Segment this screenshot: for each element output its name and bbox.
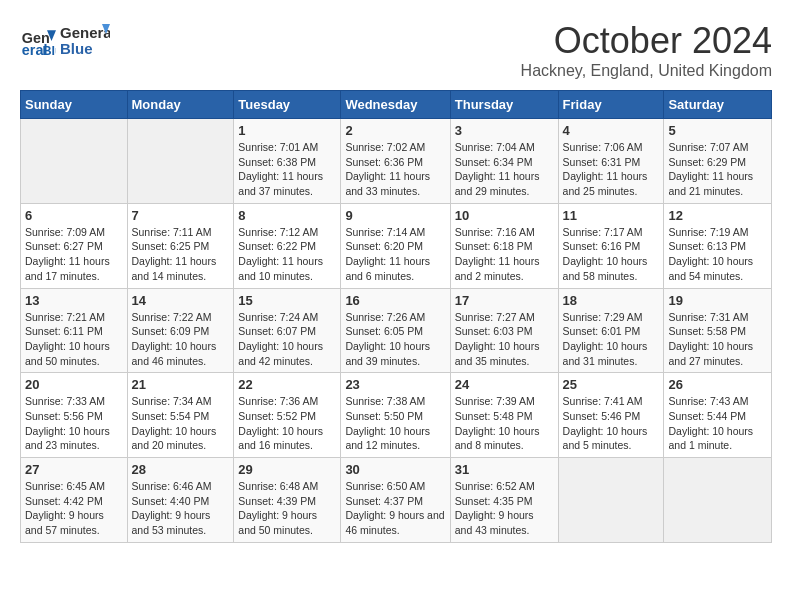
- day-number: 20: [25, 377, 123, 392]
- day-info: Sunrise: 7:27 AM Sunset: 6:03 PM Dayligh…: [455, 310, 554, 369]
- week-row-1: 1Sunrise: 7:01 AM Sunset: 6:38 PM Daylig…: [21, 119, 772, 204]
- month-title: October 2024: [521, 20, 772, 62]
- logo-svg: General Blue: [60, 20, 110, 62]
- calendar-cell: 10Sunrise: 7:16 AM Sunset: 6:18 PM Dayli…: [450, 203, 558, 288]
- day-number: 6: [25, 208, 123, 223]
- day-info: Sunrise: 7:22 AM Sunset: 6:09 PM Dayligh…: [132, 310, 230, 369]
- day-info: Sunrise: 7:04 AM Sunset: 6:34 PM Dayligh…: [455, 140, 554, 199]
- calendar-cell: 30Sunrise: 6:50 AM Sunset: 4:37 PM Dayli…: [341, 458, 450, 543]
- calendar-cell: 15Sunrise: 7:24 AM Sunset: 6:07 PM Dayli…: [234, 288, 341, 373]
- calendar-cell: 1Sunrise: 7:01 AM Sunset: 6:38 PM Daylig…: [234, 119, 341, 204]
- day-number: 7: [132, 208, 230, 223]
- day-info: Sunrise: 7:01 AM Sunset: 6:38 PM Dayligh…: [238, 140, 336, 199]
- title-block: October 2024 Hackney, England, United Ki…: [521, 20, 772, 80]
- weekday-header-sunday: Sunday: [21, 91, 128, 119]
- day-number: 1: [238, 123, 336, 138]
- day-number: 12: [668, 208, 767, 223]
- calendar-cell: 14Sunrise: 7:22 AM Sunset: 6:09 PM Dayli…: [127, 288, 234, 373]
- day-number: 11: [563, 208, 660, 223]
- calendar-cell: 23Sunrise: 7:38 AM Sunset: 5:50 PM Dayli…: [341, 373, 450, 458]
- calendar-cell: 24Sunrise: 7:39 AM Sunset: 5:48 PM Dayli…: [450, 373, 558, 458]
- day-number: 2: [345, 123, 445, 138]
- calendar-cell: 18Sunrise: 7:29 AM Sunset: 6:01 PM Dayli…: [558, 288, 664, 373]
- day-number: 16: [345, 293, 445, 308]
- day-info: Sunrise: 7:02 AM Sunset: 6:36 PM Dayligh…: [345, 140, 445, 199]
- day-number: 15: [238, 293, 336, 308]
- calendar-cell: 8Sunrise: 7:12 AM Sunset: 6:22 PM Daylig…: [234, 203, 341, 288]
- day-info: Sunrise: 7:11 AM Sunset: 6:25 PM Dayligh…: [132, 225, 230, 284]
- calendar-cell: 17Sunrise: 7:27 AM Sunset: 6:03 PM Dayli…: [450, 288, 558, 373]
- week-row-5: 27Sunrise: 6:45 AM Sunset: 4:42 PM Dayli…: [21, 458, 772, 543]
- calendar-cell: 11Sunrise: 7:17 AM Sunset: 6:16 PM Dayli…: [558, 203, 664, 288]
- day-number: 9: [345, 208, 445, 223]
- day-info: Sunrise: 7:06 AM Sunset: 6:31 PM Dayligh…: [563, 140, 660, 199]
- day-info: Sunrise: 6:48 AM Sunset: 4:39 PM Dayligh…: [238, 479, 336, 538]
- day-info: Sunrise: 7:16 AM Sunset: 6:18 PM Dayligh…: [455, 225, 554, 284]
- day-info: Sunrise: 7:26 AM Sunset: 6:05 PM Dayligh…: [345, 310, 445, 369]
- calendar-cell: 26Sunrise: 7:43 AM Sunset: 5:44 PM Dayli…: [664, 373, 772, 458]
- day-info: Sunrise: 7:12 AM Sunset: 6:22 PM Dayligh…: [238, 225, 336, 284]
- day-number: 28: [132, 462, 230, 477]
- day-info: Sunrise: 6:50 AM Sunset: 4:37 PM Dayligh…: [345, 479, 445, 538]
- day-number: 5: [668, 123, 767, 138]
- day-info: Sunrise: 7:36 AM Sunset: 5:52 PM Dayligh…: [238, 394, 336, 453]
- calendar-cell: 12Sunrise: 7:19 AM Sunset: 6:13 PM Dayli…: [664, 203, 772, 288]
- day-info: Sunrise: 7:41 AM Sunset: 5:46 PM Dayligh…: [563, 394, 660, 453]
- week-row-3: 13Sunrise: 7:21 AM Sunset: 6:11 PM Dayli…: [21, 288, 772, 373]
- day-info: Sunrise: 7:14 AM Sunset: 6:20 PM Dayligh…: [345, 225, 445, 284]
- week-row-4: 20Sunrise: 7:33 AM Sunset: 5:56 PM Dayli…: [21, 373, 772, 458]
- day-info: Sunrise: 6:46 AM Sunset: 4:40 PM Dayligh…: [132, 479, 230, 538]
- day-info: Sunrise: 7:29 AM Sunset: 6:01 PM Dayligh…: [563, 310, 660, 369]
- weekday-header-wednesday: Wednesday: [341, 91, 450, 119]
- calendar-cell: 20Sunrise: 7:33 AM Sunset: 5:56 PM Dayli…: [21, 373, 128, 458]
- calendar-cell: 5Sunrise: 7:07 AM Sunset: 6:29 PM Daylig…: [664, 119, 772, 204]
- day-info: Sunrise: 7:34 AM Sunset: 5:54 PM Dayligh…: [132, 394, 230, 453]
- day-info: Sunrise: 7:17 AM Sunset: 6:16 PM Dayligh…: [563, 225, 660, 284]
- day-number: 8: [238, 208, 336, 223]
- day-number: 24: [455, 377, 554, 392]
- day-number: 21: [132, 377, 230, 392]
- day-number: 3: [455, 123, 554, 138]
- day-info: Sunrise: 7:31 AM Sunset: 5:58 PM Dayligh…: [668, 310, 767, 369]
- day-number: 27: [25, 462, 123, 477]
- day-number: 31: [455, 462, 554, 477]
- svg-text:General: General: [60, 24, 110, 41]
- calendar-cell: 28Sunrise: 6:46 AM Sunset: 4:40 PM Dayli…: [127, 458, 234, 543]
- calendar-cell: 31Sunrise: 6:52 AM Sunset: 4:35 PM Dayli…: [450, 458, 558, 543]
- day-number: 30: [345, 462, 445, 477]
- calendar-cell: 6Sunrise: 7:09 AM Sunset: 6:27 PM Daylig…: [21, 203, 128, 288]
- calendar-cell: [21, 119, 128, 204]
- day-number: 23: [345, 377, 445, 392]
- calendar-cell: 16Sunrise: 7:26 AM Sunset: 6:05 PM Dayli…: [341, 288, 450, 373]
- day-info: Sunrise: 6:52 AM Sunset: 4:35 PM Dayligh…: [455, 479, 554, 538]
- calendar-cell: 27Sunrise: 6:45 AM Sunset: 4:42 PM Dayli…: [21, 458, 128, 543]
- calendar-cell: [127, 119, 234, 204]
- calendar-cell: 21Sunrise: 7:34 AM Sunset: 5:54 PM Dayli…: [127, 373, 234, 458]
- calendar-cell: 3Sunrise: 7:04 AM Sunset: 6:34 PM Daylig…: [450, 119, 558, 204]
- day-info: Sunrise: 7:24 AM Sunset: 6:07 PM Dayligh…: [238, 310, 336, 369]
- weekday-header-thursday: Thursday: [450, 91, 558, 119]
- day-info: Sunrise: 7:07 AM Sunset: 6:29 PM Dayligh…: [668, 140, 767, 199]
- day-info: Sunrise: 7:43 AM Sunset: 5:44 PM Dayligh…: [668, 394, 767, 453]
- calendar-cell: [558, 458, 664, 543]
- day-number: 13: [25, 293, 123, 308]
- calendar-cell: 9Sunrise: 7:14 AM Sunset: 6:20 PM Daylig…: [341, 203, 450, 288]
- page-header: Gen eral Blue General Blue October 2024 …: [20, 20, 772, 80]
- calendar-cell: 4Sunrise: 7:06 AM Sunset: 6:31 PM Daylig…: [558, 119, 664, 204]
- day-info: Sunrise: 7:09 AM Sunset: 6:27 PM Dayligh…: [25, 225, 123, 284]
- calendar-table: SundayMondayTuesdayWednesdayThursdayFrid…: [20, 90, 772, 543]
- day-number: 4: [563, 123, 660, 138]
- week-row-2: 6Sunrise: 7:09 AM Sunset: 6:27 PM Daylig…: [21, 203, 772, 288]
- calendar-cell: 2Sunrise: 7:02 AM Sunset: 6:36 PM Daylig…: [341, 119, 450, 204]
- logo: Gen eral Blue General Blue: [20, 20, 110, 62]
- weekday-header-monday: Monday: [127, 91, 234, 119]
- calendar-cell: 13Sunrise: 7:21 AM Sunset: 6:11 PM Dayli…: [21, 288, 128, 373]
- day-info: Sunrise: 7:38 AM Sunset: 5:50 PM Dayligh…: [345, 394, 445, 453]
- day-number: 14: [132, 293, 230, 308]
- location: Hackney, England, United Kingdom: [521, 62, 772, 80]
- day-info: Sunrise: 7:39 AM Sunset: 5:48 PM Dayligh…: [455, 394, 554, 453]
- day-number: 26: [668, 377, 767, 392]
- svg-text:Blue: Blue: [60, 40, 93, 57]
- day-number: 10: [455, 208, 554, 223]
- day-number: 18: [563, 293, 660, 308]
